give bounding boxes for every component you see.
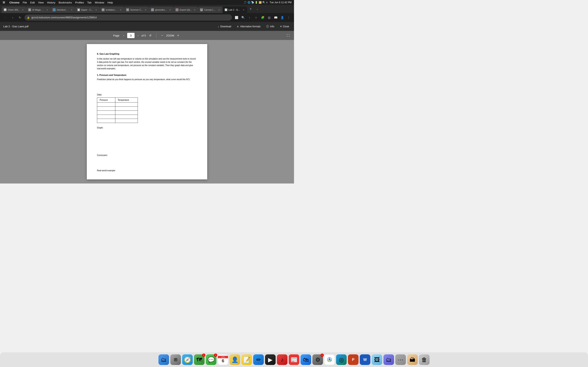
tab-invitation[interactable]: ✉ Invitation... ✕ xyxy=(100,7,124,13)
download-button[interactable]: ↓ Download xyxy=(216,24,233,29)
section-ii-title: II. Gas Law Graphing xyxy=(97,52,197,56)
tab-kipper[interactable]: 📋 kipper - C... ✕ xyxy=(75,7,100,13)
tab-label-5: Invitation... xyxy=(106,8,117,11)
extensions-button[interactable]: 🧩 xyxy=(260,15,265,20)
page-label: Page xyxy=(113,34,119,37)
tab-aimagic[interactable]: 🤖 AI Magic ... ✕ xyxy=(26,7,51,13)
tab-chem365[interactable]: 📊 Chem 365... ✕ xyxy=(2,7,26,13)
clock: Tue Jun 6 11:42 PM xyxy=(269,1,292,4)
forward-button[interactable]: › xyxy=(10,15,16,20)
table-header-pressure: Pressure xyxy=(97,98,115,103)
download-icon: ↓ xyxy=(218,25,219,28)
alt-formats-button[interactable]: ∧ Alternative formats xyxy=(235,24,262,29)
tab-favicon-8: ❓ xyxy=(176,8,178,11)
next-page-button[interactable]: › xyxy=(135,33,141,38)
back-button[interactable]: ‹ xyxy=(2,15,8,20)
menu-history[interactable]: History xyxy=(47,1,55,4)
tab-favicon-7: 🧬 xyxy=(151,8,154,11)
previous-page-button[interactable]: ‹ xyxy=(121,33,126,38)
menu-profiles[interactable]: Profiles xyxy=(75,1,84,4)
address-bar[interactable]: 🔒 gcccd.instructure.com/courses/49803/as… xyxy=(25,15,232,21)
close-button[interactable]: ✕ Close xyxy=(278,24,291,29)
url-text: gcccd.instructure.com/courses/49803/assi… xyxy=(31,16,97,19)
tab-favicon-10: 📄 xyxy=(225,8,227,11)
pdf-title: Lab 2 - Gas Laws.pdf xyxy=(3,25,214,28)
tab-close-10[interactable]: ✕ xyxy=(242,8,245,11)
search-button[interactable]: 🔍 xyxy=(240,15,246,20)
tab-close-2[interactable]: ✕ xyxy=(46,8,49,11)
info-button[interactable]: ⓘ Info xyxy=(265,24,276,29)
tab-close-6[interactable]: ✕ xyxy=(144,8,147,11)
tab-close-7[interactable]: ✕ xyxy=(169,8,172,11)
table-row xyxy=(97,103,138,107)
bookmark-button[interactable]: ☆ xyxy=(253,15,259,20)
menu-edit[interactable]: Edit xyxy=(30,1,35,4)
menu-view[interactable]: View xyxy=(38,1,44,4)
section-ii-intro: In this section we will vary temperature… xyxy=(97,57,197,70)
tab-favicon-1: 📊 xyxy=(4,8,7,11)
menu-file[interactable]: File xyxy=(23,1,27,4)
tab-label-7: genesdev... xyxy=(155,8,167,11)
alt-formats-icon: ∧ xyxy=(237,25,239,28)
apple-menu[interactable]: ⌘ xyxy=(2,1,5,4)
graph-label: Graph: xyxy=(97,126,197,129)
new-tab-button[interactable]: + xyxy=(248,6,254,12)
tab-close-4[interactable]: ✕ xyxy=(95,8,98,11)
close-icon: ✕ xyxy=(280,25,282,28)
screen-capture-button[interactable]: ⬜ xyxy=(233,15,239,20)
data-label: Data: xyxy=(97,93,197,96)
table-row xyxy=(97,111,138,115)
profile-button[interactable]: 👤 xyxy=(279,15,285,20)
alt-formats-label: Alternative formats xyxy=(240,25,260,28)
tab-close-1[interactable]: ✕ xyxy=(21,8,24,11)
info-icon: ⓘ xyxy=(266,25,269,28)
zoom-in-button[interactable]: + xyxy=(176,33,181,38)
refresh-button[interactable]: ↻ xyxy=(17,15,23,20)
tab-intro[interactable]: 📘 Introduct... ✕ xyxy=(51,7,75,13)
menu-bookmarks[interactable]: Bookmarks xyxy=(59,1,72,4)
share-button[interactable]: ↑ xyxy=(247,15,252,20)
info-label: Info xyxy=(270,25,274,28)
menu-tab[interactable]: Tab xyxy=(87,1,91,4)
zoom-out-button[interactable]: − xyxy=(160,33,165,38)
tab-label-4: kipper - C... xyxy=(81,8,93,11)
reading-mode-button[interactable]: 📖 xyxy=(273,15,278,20)
browser-window: 📊 Chem 365... ✕ 🤖 AI Magic ... ✕ 📘 Intro… xyxy=(0,5,294,184)
security-lock-icon: 🔒 xyxy=(27,16,30,19)
app-name[interactable]: Chrome xyxy=(9,1,19,4)
pdf-page: II. Gas Law Graphing In this section we … xyxy=(87,44,207,179)
pdf-toolbar: Lab 2 - Gas Laws.pdf ↓ Download ∧ Altern… xyxy=(0,22,294,31)
pdf-content-area[interactable]: II. Gas Law Graphing In this section we … xyxy=(0,40,294,184)
data-table: Pressure Temperature xyxy=(97,98,138,123)
page-number-input[interactable] xyxy=(127,33,135,38)
tab-close-8[interactable]: ✕ xyxy=(193,8,196,11)
tab-label-8: Expert Q&... xyxy=(180,8,192,11)
system-tray: 🎵 🌐 📡 🔋 📶 🔍 ≡ xyxy=(243,1,268,4)
tab-genesdev[interactable]: 🧬 genesdev... ✕ xyxy=(149,7,173,13)
tab-close-9[interactable]: ✕ xyxy=(218,8,221,11)
tab-close-5[interactable]: ✕ xyxy=(119,8,122,11)
tab-lab2[interactable]: 📄 Lab 2 - G... ✕ xyxy=(223,7,247,13)
menu-help[interactable]: Help xyxy=(108,1,113,4)
realworld-label: Real-world example: xyxy=(97,169,197,172)
tab-bar: 📊 Chem 365... ✕ 🤖 AI Magic ... ✕ 📘 Intro… xyxy=(0,5,294,13)
tab-search-button[interactable]: ⌄ xyxy=(254,6,260,12)
chrome-menu-button[interactable]: ⋮ xyxy=(286,15,292,20)
navigation-bar: ‹ › ↻ 🔒 gcccd.instructure.com/courses/49… xyxy=(0,13,294,22)
menu-window[interactable]: Window xyxy=(95,1,104,4)
tab-label-1: Chem 365... xyxy=(8,8,20,11)
total-pages: of 5 xyxy=(141,34,146,37)
tab-expertqa[interactable]: ❓ Expert Q&... ✕ xyxy=(173,7,198,13)
tab-label-9: Canvas L... xyxy=(204,8,216,11)
tab-summer[interactable]: ☀ Summer C... ✕ xyxy=(124,7,149,13)
table-header-temperature: Temperature xyxy=(115,98,138,103)
tab-canvas[interactable]: 📚 Canvas L... ✕ xyxy=(198,7,223,13)
tab-close-3[interactable]: ✕ xyxy=(70,8,73,11)
tab-favicon-3: 📘 xyxy=(53,8,56,11)
tab-label-2: AI Magic ... xyxy=(32,8,43,11)
conclusion-label: Conclusion: xyxy=(97,154,197,157)
sidebar-toggle-button[interactable]: ▥ xyxy=(266,15,272,20)
menubar: ⌘ Chrome File Edit View History Bookmark… xyxy=(0,0,294,5)
fullscreen-button[interactable]: ⛶ xyxy=(285,33,291,38)
pdf-refresh-button[interactable]: ↺ xyxy=(148,33,153,38)
